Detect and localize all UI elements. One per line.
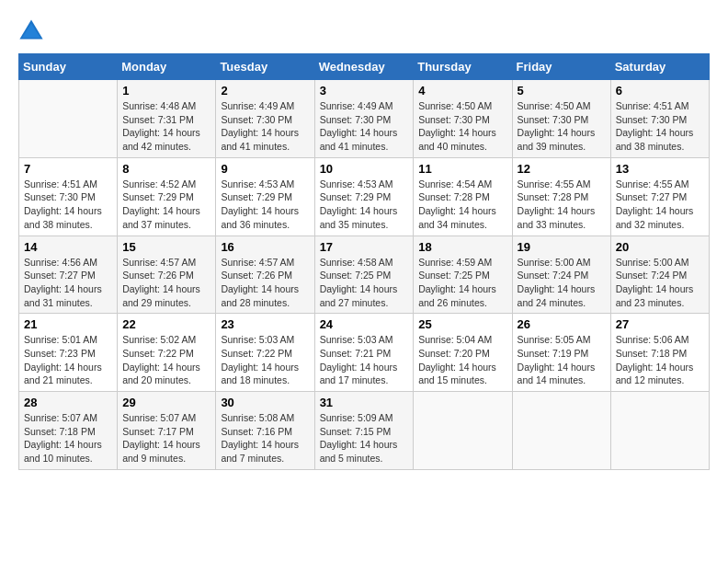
calendar-cell: 28Sunrise: 5:07 AMSunset: 7:18 PMDayligh… (19, 392, 118, 470)
day-info: Sunrise: 4:53 AMSunset: 7:29 PMDaylight:… (320, 178, 409, 232)
calendar-cell: 30Sunrise: 5:08 AMSunset: 7:16 PMDayligh… (216, 392, 314, 470)
day-number: 3 (320, 84, 409, 98)
calendar-cell: 16Sunrise: 4:57 AMSunset: 7:26 PMDayligh… (216, 236, 314, 314)
day-number: 9 (221, 162, 309, 176)
day-info: Sunrise: 4:53 AMSunset: 7:29 PMDaylight:… (221, 178, 309, 232)
calendar-cell: 31Sunrise: 5:09 AMSunset: 7:15 PMDayligh… (314, 392, 414, 470)
day-info: Sunrise: 5:03 AMSunset: 7:22 PMDaylight:… (221, 333, 309, 387)
calendar-cell: 29Sunrise: 5:07 AMSunset: 7:17 PMDayligh… (118, 392, 216, 470)
day-number: 25 (418, 317, 506, 331)
calendar-cell: 22Sunrise: 5:02 AMSunset: 7:22 PMDayligh… (118, 314, 216, 392)
day-number: 2 (221, 84, 309, 98)
day-number: 23 (221, 317, 309, 331)
day-number: 6 (616, 84, 704, 98)
calendar-table: SundayMondayTuesdayWednesdayThursdayFrid… (18, 53, 710, 470)
header (18, 18, 710, 44)
calendar-cell: 7Sunrise: 4:51 AMSunset: 7:30 PMDaylight… (19, 157, 118, 236)
calendar-cell: 3Sunrise: 4:49 AMSunset: 7:30 PMDaylight… (314, 80, 414, 158)
day-number: 4 (418, 84, 506, 98)
week-row-2: 7Sunrise: 4:51 AMSunset: 7:30 PMDaylight… (19, 157, 710, 236)
day-number: 27 (616, 317, 704, 331)
day-info: Sunrise: 5:07 AMSunset: 7:18 PMDaylight:… (24, 411, 112, 465)
week-row-3: 14Sunrise: 4:56 AMSunset: 7:27 PMDayligh… (19, 236, 710, 314)
day-info: Sunrise: 5:00 AMSunset: 7:24 PMDaylight:… (518, 256, 606, 310)
calendar-cell: 23Sunrise: 5:03 AMSunset: 7:22 PMDayligh… (216, 314, 314, 392)
column-header-saturday: Saturday (610, 54, 709, 80)
week-row-5: 28Sunrise: 5:07 AMSunset: 7:18 PMDayligh… (19, 392, 710, 470)
day-info: Sunrise: 4:49 AMSunset: 7:30 PMDaylight:… (221, 99, 309, 154)
day-number: 7 (24, 162, 112, 176)
day-info: Sunrise: 5:04 AMSunset: 7:20 PMDaylight:… (418, 333, 506, 387)
day-info: Sunrise: 4:51 AMSunset: 7:30 PMDaylight:… (24, 178, 112, 232)
day-number: 28 (24, 396, 112, 409)
day-info: Sunrise: 5:09 AMSunset: 7:15 PMDaylight:… (320, 411, 409, 465)
day-number: 1 (122, 84, 210, 98)
day-info: Sunrise: 4:58 AMSunset: 7:25 PMDaylight:… (320, 256, 409, 310)
calendar-cell (610, 392, 709, 470)
calendar-cell: 13Sunrise: 4:55 AMSunset: 7:27 PMDayligh… (610, 157, 709, 236)
calendar-cell: 1Sunrise: 4:48 AMSunset: 7:31 PMDaylight… (118, 80, 216, 158)
calendar-cell: 2Sunrise: 4:49 AMSunset: 7:30 PMDaylight… (216, 80, 314, 158)
week-row-1: 1Sunrise: 4:48 AMSunset: 7:31 PMDaylight… (19, 80, 710, 158)
day-info: Sunrise: 5:06 AMSunset: 7:18 PMDaylight:… (616, 333, 704, 387)
calendar-cell: 10Sunrise: 4:53 AMSunset: 7:29 PMDayligh… (314, 157, 414, 236)
calendar-cell: 6Sunrise: 4:51 AMSunset: 7:30 PMDaylight… (610, 80, 709, 158)
day-info: Sunrise: 4:49 AMSunset: 7:30 PMDaylight:… (320, 99, 409, 154)
day-info: Sunrise: 4:50 AMSunset: 7:30 PMDaylight:… (518, 99, 606, 154)
day-info: Sunrise: 4:52 AMSunset: 7:29 PMDaylight:… (122, 178, 210, 232)
column-header-thursday: Thursday (414, 54, 512, 80)
calendar-cell: 27Sunrise: 5:06 AMSunset: 7:18 PMDayligh… (610, 314, 709, 392)
day-number: 17 (320, 240, 409, 254)
day-info: Sunrise: 5:00 AMSunset: 7:24 PMDaylight:… (616, 256, 704, 310)
calendar-cell: 8Sunrise: 4:52 AMSunset: 7:29 PMDaylight… (118, 157, 216, 236)
day-number: 19 (518, 240, 606, 254)
day-info: Sunrise: 4:50 AMSunset: 7:30 PMDaylight:… (418, 99, 506, 154)
day-number: 26 (518, 317, 606, 331)
week-row-4: 21Sunrise: 5:01 AMSunset: 7:23 PMDayligh… (19, 314, 710, 392)
calendar-header-row: SundayMondayTuesdayWednesdayThursdayFrid… (19, 54, 710, 80)
column-header-wednesday: Wednesday (314, 54, 414, 80)
calendar-cell (512, 392, 610, 470)
column-header-monday: Monday (118, 54, 216, 80)
day-info: Sunrise: 5:05 AMSunset: 7:19 PMDaylight:… (518, 333, 606, 387)
day-number: 21 (24, 317, 112, 331)
day-number: 5 (518, 84, 606, 98)
day-number: 12 (518, 162, 606, 176)
day-info: Sunrise: 5:08 AMSunset: 7:16 PMDaylight:… (221, 411, 309, 465)
calendar-cell: 15Sunrise: 4:57 AMSunset: 7:26 PMDayligh… (118, 236, 216, 314)
calendar-cell: 11Sunrise: 4:54 AMSunset: 7:28 PMDayligh… (414, 157, 512, 236)
calendar-cell: 25Sunrise: 5:04 AMSunset: 7:20 PMDayligh… (414, 314, 512, 392)
calendar-cell: 5Sunrise: 4:50 AMSunset: 7:30 PMDaylight… (512, 80, 610, 158)
day-info: Sunrise: 4:55 AMSunset: 7:28 PMDaylight:… (518, 178, 606, 232)
calendar-cell: 20Sunrise: 5:00 AMSunset: 7:24 PMDayligh… (610, 236, 709, 314)
day-number: 11 (418, 162, 506, 176)
day-number: 18 (418, 240, 506, 254)
calendar-cell: 19Sunrise: 5:00 AMSunset: 7:24 PMDayligh… (512, 236, 610, 314)
logo-icon (18, 18, 44, 44)
day-number: 16 (221, 240, 309, 254)
day-number: 20 (616, 240, 704, 254)
day-info: Sunrise: 4:55 AMSunset: 7:27 PMDaylight:… (616, 178, 704, 232)
calendar-cell (414, 392, 512, 470)
calendar-cell (19, 80, 118, 158)
column-header-sunday: Sunday (19, 54, 118, 80)
day-info: Sunrise: 4:54 AMSunset: 7:28 PMDaylight:… (418, 178, 506, 232)
calendar-cell: 12Sunrise: 4:55 AMSunset: 7:28 PMDayligh… (512, 157, 610, 236)
day-number: 10 (320, 162, 409, 176)
day-number: 8 (122, 162, 210, 176)
day-info: Sunrise: 5:02 AMSunset: 7:22 PMDaylight:… (122, 333, 210, 387)
day-info: Sunrise: 5:03 AMSunset: 7:21 PMDaylight:… (320, 333, 409, 387)
day-number: 30 (221, 396, 309, 409)
day-number: 14 (24, 240, 112, 254)
calendar-cell: 21Sunrise: 5:01 AMSunset: 7:23 PMDayligh… (19, 314, 118, 392)
calendar-cell: 24Sunrise: 5:03 AMSunset: 7:21 PMDayligh… (314, 314, 414, 392)
day-info: Sunrise: 4:59 AMSunset: 7:25 PMDaylight:… (418, 256, 506, 310)
day-info: Sunrise: 4:51 AMSunset: 7:30 PMDaylight:… (616, 99, 704, 154)
day-info: Sunrise: 5:07 AMSunset: 7:17 PMDaylight:… (122, 411, 210, 465)
day-number: 24 (320, 317, 409, 331)
day-info: Sunrise: 4:56 AMSunset: 7:27 PMDaylight:… (24, 256, 112, 310)
column-header-tuesday: Tuesday (216, 54, 314, 80)
calendar-cell: 26Sunrise: 5:05 AMSunset: 7:19 PMDayligh… (512, 314, 610, 392)
day-info: Sunrise: 5:01 AMSunset: 7:23 PMDaylight:… (24, 333, 112, 387)
calendar-cell: 17Sunrise: 4:58 AMSunset: 7:25 PMDayligh… (314, 236, 414, 314)
